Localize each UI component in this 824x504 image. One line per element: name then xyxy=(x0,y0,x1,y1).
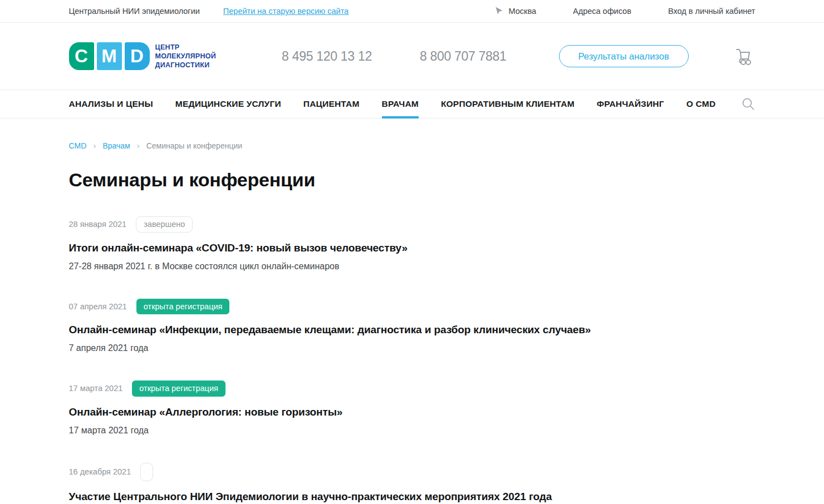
seminar-title-link[interactable]: Онлайн-семинар «Аллергология: новые гори… xyxy=(69,406,687,418)
seminar-list: 28 января 2021 завершено Итоги онлайн-се… xyxy=(69,216,756,503)
breadcrumb-separator: › xyxy=(137,141,140,150)
seminar-date: 17 марта 2021 xyxy=(69,384,123,393)
results-button[interactable]: Результаты анализов xyxy=(559,45,689,67)
logo-tagline: ЦЕНТР МОЛЕКУЛЯРНОЙ ДИАГНОСТИКИ xyxy=(155,43,217,70)
seminar-subtitle: 17 марта 2021 года xyxy=(69,426,756,436)
nav-item-link[interactable]: ФРАНЧАЙЗИНГ xyxy=(597,90,664,118)
logo-letter-m: M xyxy=(97,42,122,70)
page-title: Семинары и конференции xyxy=(69,169,756,191)
breadcrumb-link[interactable]: CMD xyxy=(69,141,87,150)
login-link[interactable]: Вход в личный кабинет xyxy=(668,7,756,16)
offices-link[interactable]: Адреса офисов xyxy=(573,7,631,16)
seminar-title-link[interactable]: Онлайн-семинар «Инфекции, передаваемые к… xyxy=(69,324,687,336)
breadcrumb: CMD›Врачам›Семинары и конференции xyxy=(69,141,756,150)
seminar-title-link[interactable]: Участие Центрального НИИ Эпидемиологии в… xyxy=(69,491,687,503)
nav-item-link[interactable]: ПАЦИЕНТАМ xyxy=(303,90,360,118)
seminar-item: 07 апреля 2021 открыта регистрация Онлай… xyxy=(69,299,756,354)
seminar-item: 17 марта 2021 открыта регистрация Онлайн… xyxy=(69,381,756,436)
navigation-arrow-icon xyxy=(494,6,504,16)
logo-letter-d: D xyxy=(125,42,150,70)
seminar-date: 16 декабря 2021 xyxy=(69,467,131,476)
phone-federal[interactable]: 8 800 707 7881 xyxy=(420,49,507,64)
seminar-date: 28 января 2021 xyxy=(69,220,127,229)
cmd-logo-tiles: C M D xyxy=(69,42,150,70)
seminar-item: 16 декабря 2021 Участие Центрального НИИ… xyxy=(69,463,756,503)
status-badge xyxy=(140,463,153,481)
cmd-logo[interactable]: C M D ЦЕНТР МОЛЕКУЛЯРНОЙ ДИАГНОСТИКИ xyxy=(69,42,217,70)
phone-moscow[interactable]: 8 495 120 13 12 xyxy=(282,49,372,64)
nav-item-active[interactable]: ВРАЧАМ xyxy=(382,90,419,118)
seminar-subtitle: 27-28 января 2021 г. в Москве состоялся … xyxy=(69,261,756,271)
old-site-link[interactable]: Перейти на старую версию сайта xyxy=(223,7,349,16)
cart-icon xyxy=(733,45,756,67)
nav-item-link[interactable]: МЕДИЦИНСКИЕ УСЛУГИ xyxy=(175,90,281,118)
seminar-title-link[interactable]: Итоги онлайн-семинара «COVID-19: новый в… xyxy=(69,242,687,254)
status-badge: завершено xyxy=(136,216,193,233)
nav-item-link[interactable]: О CMD xyxy=(686,90,716,118)
city-selector[interactable]: Москва xyxy=(494,7,536,16)
main-navigation: АНАЛИЗЫ И ЦЕНЫМЕДИЦИНСКИЕ УСЛУГИПАЦИЕНТА… xyxy=(0,90,824,118)
search-icon xyxy=(741,97,756,111)
seminar-date: 07 апреля 2021 xyxy=(69,302,127,311)
top-utility-bar: Центральный НИИ эпидемиологии Перейти на… xyxy=(0,0,824,23)
breadcrumb-current: Семинары и конференции xyxy=(146,141,242,150)
seminar-item: 28 января 2021 завершено Итоги онлайн-се… xyxy=(69,216,756,271)
breadcrumb-link[interactable]: Врачам xyxy=(102,141,130,150)
search-button[interactable] xyxy=(741,97,756,111)
city-label: Москва xyxy=(508,7,536,16)
status-badge: открыта регистрация xyxy=(132,381,225,397)
seminar-subtitle: 7 апреля 2021 года xyxy=(69,343,756,353)
status-badge: открыта регистрация xyxy=(136,299,230,315)
nav-item-link[interactable]: КОРПОРАТИВНЫМ КЛИЕНТАМ xyxy=(441,90,575,118)
site-header: C M D ЦЕНТР МОЛЕКУЛЯРНОЙ ДИАГНОСТИКИ 8 4… xyxy=(0,23,824,90)
breadcrumb-separator: › xyxy=(93,141,96,150)
logo-letter-c: C xyxy=(69,42,94,70)
cart-button[interactable] xyxy=(733,45,756,67)
nav-item-link[interactable]: АНАЛИЗЫ И ЦЕНЫ xyxy=(69,90,153,118)
org-name: Центральный НИИ эпидемиологии xyxy=(69,7,200,16)
